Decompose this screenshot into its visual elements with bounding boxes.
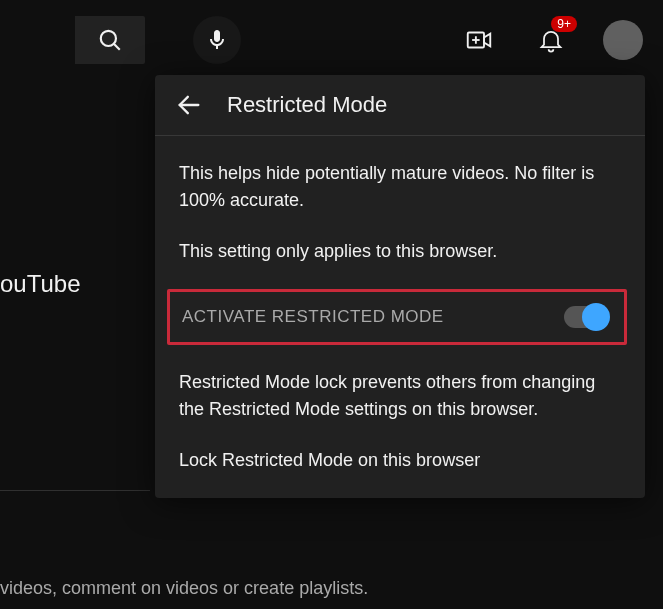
- top-bar: 9+: [0, 0, 663, 80]
- panel-title: Restricted Mode: [227, 92, 387, 118]
- toggle-label: ACTIVATE RESTRICTED MODE: [182, 307, 444, 327]
- panel-body: This helps hide potentially mature video…: [155, 136, 645, 474]
- info-text-2: This setting only applies to this browse…: [179, 238, 621, 265]
- voice-search-button[interactable]: [193, 16, 241, 64]
- panel-header: Restricted Mode: [155, 75, 645, 135]
- restricted-mode-panel: Restricted Mode This helps hide potentia…: [155, 75, 645, 498]
- info-text-3: Restricted Mode lock prevents others fro…: [179, 369, 621, 423]
- create-video-icon: [464, 25, 494, 55]
- lock-restricted-mode-link[interactable]: Lock Restricted Mode on this browser: [179, 447, 621, 474]
- search-button[interactable]: [75, 16, 145, 64]
- notifications-button[interactable]: 9+: [531, 20, 571, 60]
- restricted-mode-toggle[interactable]: [564, 306, 608, 328]
- svg-point-0: [101, 31, 116, 46]
- top-right-controls: 9+: [459, 20, 643, 60]
- arrow-left-icon: [175, 91, 203, 119]
- info-text-1: This helps hide potentially mature video…: [179, 160, 621, 214]
- sidebar-brand-partial: ouTube: [0, 270, 81, 298]
- svg-line-1: [114, 44, 120, 50]
- activate-restricted-mode-row[interactable]: ACTIVATE RESTRICTED MODE: [167, 289, 627, 345]
- microphone-icon: [205, 28, 229, 52]
- back-button[interactable]: [175, 91, 203, 119]
- bottom-text-partial: videos, comment on videos or create play…: [0, 578, 368, 599]
- notification-badge: 9+: [551, 16, 577, 32]
- sidebar-divider: [0, 490, 150, 491]
- search-icon: [97, 27, 123, 53]
- toggle-knob: [582, 303, 610, 331]
- create-button[interactable]: [459, 20, 499, 60]
- avatar[interactable]: [603, 20, 643, 60]
